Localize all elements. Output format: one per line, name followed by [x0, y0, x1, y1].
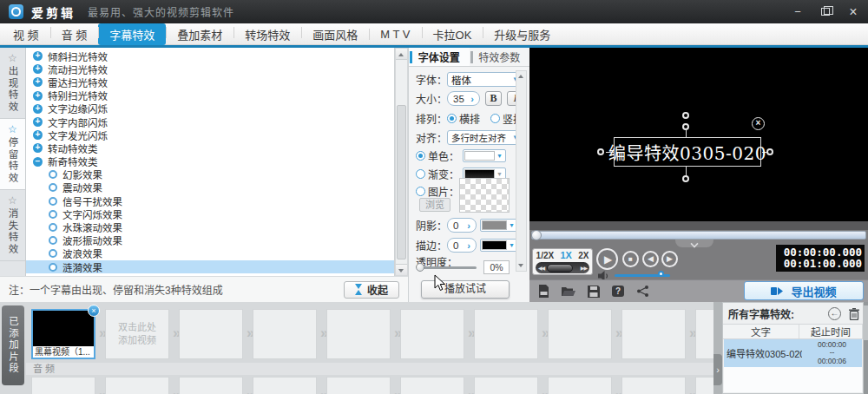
- empty-audio-slot[interactable]: [179, 377, 243, 394]
- share-icon[interactable]: [635, 285, 649, 298]
- effect-item[interactable]: 文字闪烁效果: [26, 207, 394, 220]
- empty-audio-slot[interactable]: [253, 377, 317, 394]
- empty-audio-slot[interactable]: [326, 377, 391, 394]
- scrollbar-thumb[interactable]: [397, 105, 406, 259]
- expand-icon[interactable]: +: [33, 117, 43, 127]
- effect-item-selected[interactable]: 涟漪效果: [26, 260, 394, 273]
- tab-mtv[interactable]: M T V: [369, 25, 421, 43]
- radio-horizontal[interactable]: [447, 114, 457, 123]
- shadow-stepper[interactable]: 0›: [447, 218, 477, 233]
- format-icon[interactable]: [536, 285, 550, 298]
- remove-clip-icon[interactable]: ×: [88, 305, 100, 317]
- effect-item[interactable]: 信号干扰效果: [26, 194, 394, 207]
- solid-color-picker[interactable]: ▼: [463, 149, 506, 162]
- right-scrollbar[interactable]: [864, 302, 868, 394]
- empty-audio-slot[interactable]: [548, 377, 612, 394]
- speed-half[interactable]: 1/2X: [536, 251, 555, 260]
- effect-group-expanded[interactable]: −新奇特效类: [26, 155, 394, 168]
- rotate-handle[interactable]: [682, 112, 689, 119]
- speed-slider-knob[interactable]: [547, 264, 573, 273]
- effects-scrollbar[interactable]: [395, 48, 408, 276]
- add-video-slot[interactable]: 双击此处 添加视频: [105, 309, 169, 359]
- effect-item[interactable]: 水珠滚动效果: [26, 220, 394, 233]
- radio-solid-color[interactable]: [416, 151, 425, 161]
- expand-icon[interactable]: +: [33, 91, 43, 101]
- stop-button[interactable]: ■: [622, 251, 639, 267]
- effect-group[interactable]: +文字内部闪烁: [26, 115, 394, 128]
- tab-stay-effects[interactable]: ☆ 停留特效: [0, 119, 25, 190]
- speed-1x[interactable]: 1X: [560, 250, 571, 260]
- expand-icon[interactable]: +: [33, 64, 43, 74]
- effect-item[interactable]: 震动效果: [26, 181, 394, 194]
- left-handle[interactable]: [597, 148, 604, 155]
- expand-icon[interactable]: +: [33, 104, 43, 114]
- font-size-stepper[interactable]: 35›: [447, 91, 480, 106]
- effect-group[interactable]: +转动特效类: [26, 141, 394, 154]
- added-clips-tab[interactable]: 已添加片段: [2, 305, 24, 385]
- empty-video-slot[interactable]: [474, 309, 538, 359]
- effect-group[interactable]: +特别扫光特效: [26, 89, 394, 102]
- volume-slider[interactable]: [615, 274, 670, 277]
- back-icon[interactable]: ←: [828, 307, 841, 320]
- subtitle-overlay-box[interactable]: 编导特效0305-020: [614, 137, 761, 167]
- expand-icon[interactable]: +: [33, 143, 43, 153]
- close-icon[interactable]: ×: [847, 6, 859, 18]
- stroke-stepper[interactable]: 0›: [447, 238, 477, 253]
- tab-upgrade-service[interactable]: 升级与服务: [483, 23, 562, 45]
- clip-thumbnail[interactable]: [33, 311, 94, 346]
- stroke-color-picker[interactable]: ▼: [480, 239, 518, 252]
- next-frame-button[interactable]: ▶: [661, 251, 678, 267]
- effect-item[interactable]: 波形振动效果: [26, 234, 394, 247]
- tab-overlay-material[interactable]: 叠加素材: [166, 23, 233, 45]
- tab-transitions[interactable]: 转场特效: [233, 23, 301, 45]
- bottom-handle[interactable]: [682, 175, 689, 182]
- empty-audio-slot[interactable]: [31, 377, 95, 394]
- empty-video-slot[interactable]: [326, 309, 391, 359]
- table-row[interactable]: 编导特效0305-020 00:00:00 -- 00:00:06: [724, 339, 862, 367]
- video-preview[interactable]: × 编导特效0305-020: [529, 48, 868, 221]
- effect-group[interactable]: +雷达扫光特效: [26, 76, 394, 89]
- empty-video-slot[interactable]: [695, 309, 713, 359]
- top-handle[interactable]: [682, 123, 689, 130]
- effect-item[interactable]: 波浪效果: [26, 247, 394, 260]
- effect-group[interactable]: +文字边缘闪烁: [26, 102, 394, 115]
- tab-karaoke[interactable]: 卡拉OK: [422, 23, 483, 45]
- speed-2x[interactable]: 2X: [578, 251, 589, 260]
- rewind-icon[interactable]: ◀◀: [538, 265, 544, 271]
- empty-video-slot[interactable]: [621, 309, 686, 359]
- radio-vertical[interactable]: [490, 114, 500, 123]
- tab-font-settings[interactable]: 字体设置: [409, 48, 470, 66]
- empty-video-slot[interactable]: [179, 309, 243, 359]
- overlay-close-icon[interactable]: ×: [752, 117, 765, 130]
- tab-audio[interactable]: 音 频: [50, 23, 99, 45]
- expand-icon[interactable]: +: [33, 130, 43, 140]
- effect-group[interactable]: +文字发光闪烁: [26, 128, 394, 141]
- empty-video-slot[interactable]: [400, 309, 464, 359]
- effect-item[interactable]: 幻影效果: [26, 168, 394, 181]
- speed-slider[interactable]: ◀◀ ▶▶: [536, 262, 589, 273]
- empty-audio-slot[interactable]: [474, 377, 538, 394]
- font-family-select[interactable]: 楷体▼: [447, 72, 523, 87]
- subtitle-overlay-text[interactable]: 编导特效0305-020: [608, 140, 766, 165]
- empty-audio-slot[interactable]: [105, 377, 169, 394]
- effect-group[interactable]: +流动扫光特效: [26, 62, 394, 76]
- scroll-up-icon[interactable]: [396, 49, 407, 60]
- align-select[interactable]: 多行时左对齐▼: [447, 130, 523, 145]
- empty-video-slot[interactable]: [253, 309, 317, 359]
- scrollbar-thumb[interactable]: [864, 305, 868, 340]
- volume-knob[interactable]: [658, 271, 664, 277]
- collapse-button[interactable]: 收起: [344, 281, 399, 299]
- empty-audio-slot[interactable]: [695, 377, 713, 394]
- scroll-down-icon[interactable]: [396, 264, 407, 275]
- forward-icon[interactable]: ▶▶: [581, 265, 587, 271]
- player-collapse-tab[interactable]: [675, 240, 713, 247]
- radio-image[interactable]: [416, 187, 425, 196]
- effect-group[interactable]: +倾斜扫光特效: [26, 49, 394, 62]
- empty-audio-slot[interactable]: [400, 377, 464, 394]
- help-icon[interactable]: ?: [612, 286, 624, 297]
- collapse-icon[interactable]: −: [33, 157, 43, 167]
- play-button[interactable]: ▶: [596, 248, 618, 270]
- expand-icon[interactable]: +: [33, 51, 43, 61]
- tab-picture-style[interactable]: 画面风格: [301, 23, 369, 45]
- empty-audio-slot[interactable]: [621, 377, 686, 394]
